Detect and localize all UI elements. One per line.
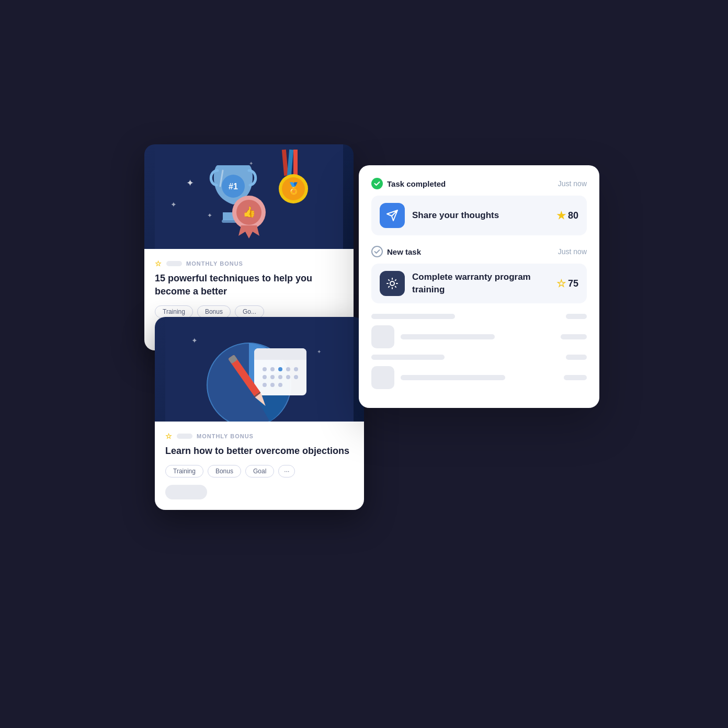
svg-point-34 (270, 383, 275, 387)
skel-box-1 (371, 325, 394, 348)
svg-point-26 (286, 367, 290, 371)
new-task-icon (371, 246, 383, 257)
tag-training-2: Training (165, 465, 203, 477)
new-task-label: New task (387, 247, 421, 256)
card-top-badge: MONTHLY BONUS (186, 260, 243, 267)
svg-point-33 (263, 383, 267, 387)
card-bottom-image: ✦ ✦ (155, 317, 364, 422)
new-task-icon-box (380, 271, 405, 296)
tag-bonus-2: Bonus (208, 465, 241, 477)
svg-text:✦: ✦ (170, 200, 177, 209)
skel-line-2 (401, 334, 495, 339)
svg-text:✦: ✦ (191, 336, 198, 345)
tag-more: ··· (278, 465, 295, 477)
svg-point-42 (390, 281, 394, 286)
skel-line-end-3 (566, 355, 587, 360)
svg-text:✦: ✦ (186, 178, 194, 188)
task-completed-points-value: 80 (568, 210, 578, 221)
skeleton-row-2 (371, 325, 587, 348)
svg-rect-22 (254, 355, 306, 360)
card-dot-2 (177, 434, 192, 439)
task-completed-points: ★ 80 (556, 209, 578, 222)
scene: ✦ ✦ ✦ ✦ #1 (129, 129, 599, 599)
svg-point-31 (286, 375, 290, 379)
svg-text:👍: 👍 (243, 206, 256, 218)
svg-point-30 (278, 375, 282, 379)
task-completed-title: Share your thoughts (412, 209, 549, 222)
svg-point-32 (294, 375, 298, 379)
svg-point-25 (278, 367, 282, 371)
tag-goal: Go... (235, 305, 264, 318)
svg-text:✦: ✦ (317, 349, 321, 355)
card-top-meta: ☆ MONTHLY BONUS (155, 259, 343, 268)
svg-text:🏅: 🏅 (287, 181, 301, 196)
task-completed-item[interactable]: Share your thoughts ★ 80 (371, 196, 587, 235)
svg-text:✦: ✦ (249, 161, 253, 166)
task-completed-header: Task completed Just now (371, 178, 587, 189)
skeleton-row-1 (371, 314, 587, 319)
tag-goal-2: Goal (245, 465, 274, 477)
card-top-title: 15 powerful techniques to help you becom… (155, 272, 343, 298)
skel-line-end-1 (566, 314, 587, 319)
svg-text:✦: ✦ (207, 212, 212, 219)
star-icon-2: ☆ (165, 432, 173, 440)
new-task-item[interactable]: Complete warranty program training ☆ 75 (371, 264, 587, 303)
card-top-image: ✦ ✦ ✦ ✦ #1 (144, 144, 354, 249)
skel-line-4 (401, 375, 505, 380)
tag-bonus: Bonus (197, 305, 231, 318)
card-bottom-body: ☆ MONTHLY BONUS Learn how to better over… (155, 422, 364, 510)
new-task-header-left: New task (371, 246, 421, 257)
star-outline-icon: ☆ (556, 277, 566, 290)
card-dot (166, 261, 182, 266)
skel-box-2 (371, 366, 394, 389)
svg-text:#1: #1 (229, 182, 238, 191)
svg-point-35 (278, 383, 282, 387)
star-filled-icon: ★ (556, 209, 566, 222)
new-task-header: New task Just now (371, 246, 587, 257)
new-task-section: New task Just now Complete warranty prog… (371, 246, 587, 303)
svg-point-23 (263, 367, 267, 371)
svg-point-27 (294, 367, 298, 371)
card-top-tags: Training Bonus Go... (155, 305, 343, 318)
new-task-time: Just now (558, 247, 587, 256)
tag-training: Training (155, 305, 193, 318)
notification-card: Task completed Just now Share your thoug… (359, 165, 599, 408)
skel-line-1 (371, 314, 455, 319)
completed-icon (371, 178, 383, 189)
svg-point-24 (270, 367, 275, 371)
task-completed-time: Just now (558, 179, 587, 188)
skel-line-3 (371, 355, 445, 360)
task-completed-icon-box (380, 203, 405, 228)
card-bottom-badge: MONTHLY BONUS (197, 433, 254, 439)
skeleton-row-3 (371, 355, 587, 360)
svg-point-29 (270, 375, 275, 379)
svg-rect-10 (293, 150, 298, 176)
star-icon: ☆ (155, 259, 162, 268)
task-completed-section: Task completed Just now Share your thoug… (371, 178, 587, 235)
new-task-points-value: 75 (568, 278, 578, 289)
skeleton-row-4 (371, 366, 587, 389)
card-bottom: ✦ ✦ ☆ MONTHLY BONUS Learn how to better … (155, 317, 364, 510)
task-completed-label: Task completed (387, 179, 446, 188)
new-task-points: ☆ 75 (556, 277, 578, 290)
skel-line-end-2 (561, 334, 587, 339)
skeleton-section (371, 314, 587, 389)
task-completed-header-left: Task completed (371, 178, 446, 189)
svg-point-28 (263, 375, 267, 379)
card-bottom-title: Learn how to better overcome objections (165, 445, 354, 458)
card-bottom-tags: Training Bonus Goal ··· (165, 465, 354, 477)
new-task-title: Complete warranty program training (412, 271, 549, 296)
card-bottom-meta: ☆ MONTHLY BONUS (165, 432, 354, 440)
card-bottom-button[interactable] (165, 485, 207, 499)
skel-line-end-4 (564, 375, 587, 380)
